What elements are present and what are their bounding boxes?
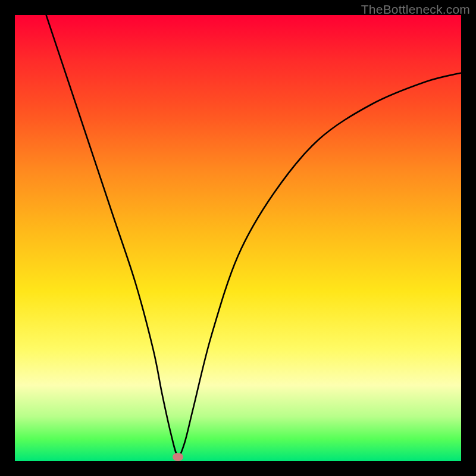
chart-svg [15,15,461,461]
watermark-text: TheBottleneck.com [361,2,470,17]
minimum-marker-dot [173,453,183,461]
bottleneck-curve-path [46,15,462,456]
chart-plot-area [15,15,461,461]
